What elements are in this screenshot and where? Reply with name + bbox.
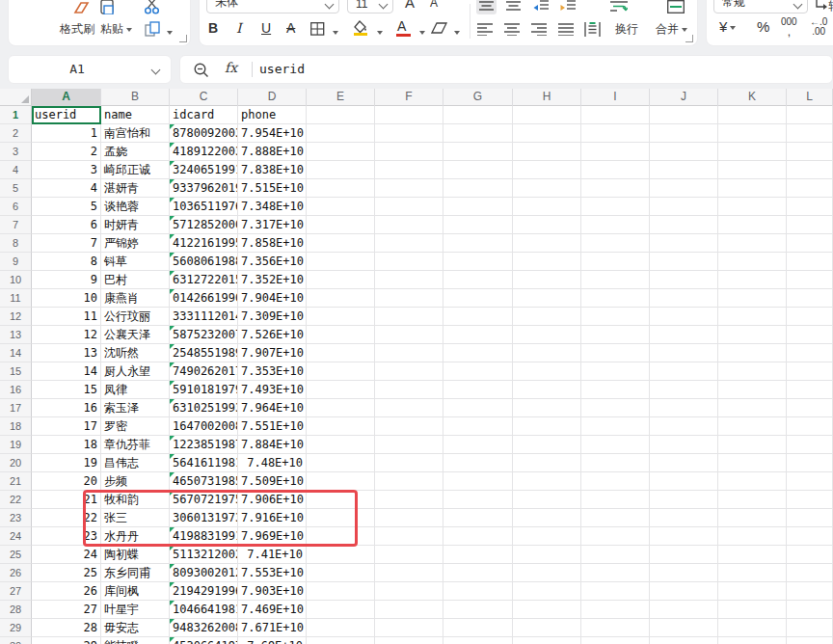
cell-B10[interactable]: 巴村 bbox=[101, 271, 170, 289]
cell-K16[interactable] bbox=[718, 381, 787, 399]
cell-A3[interactable]: 2 bbox=[32, 143, 101, 161]
cell-D7[interactable]: 7.317E+10 bbox=[238, 216, 307, 234]
column-header-I[interactable]: I bbox=[581, 89, 650, 106]
cell-F1[interactable] bbox=[375, 106, 443, 124]
cell-K30[interactable] bbox=[718, 637, 787, 644]
cell-J7[interactable] bbox=[650, 216, 718, 234]
cell-E17[interactable] bbox=[307, 399, 375, 417]
cell-H5[interactable] bbox=[513, 179, 581, 198]
cell-F26[interactable] bbox=[375, 564, 443, 582]
cell-D30[interactable]: 7.69E+10 bbox=[238, 637, 307, 644]
cell-E10[interactable] bbox=[307, 271, 375, 289]
cell-K25[interactable] bbox=[718, 546, 787, 564]
cell-E2[interactable] bbox=[307, 124, 375, 143]
column-header-C[interactable]: C bbox=[170, 89, 238, 106]
row-header-10[interactable]: 10 bbox=[0, 271, 32, 289]
cell-E1[interactable] bbox=[307, 106, 375, 124]
cell-J25[interactable] bbox=[650, 546, 718, 564]
column-header-J[interactable]: J bbox=[650, 89, 718, 106]
align-middle-icon[interactable] bbox=[506, 0, 521, 13]
row-header-14[interactable]: 14 bbox=[0, 344, 32, 362]
merge-cells-icon[interactable] bbox=[667, 0, 685, 13]
cell-L26[interactable] bbox=[787, 564, 833, 582]
row-header-29[interactable]: 29 bbox=[0, 619, 32, 637]
fill-color-icon[interactable] bbox=[353, 20, 369, 36]
cell-J19[interactable] bbox=[650, 436, 718, 454]
cell-L11[interactable] bbox=[787, 289, 833, 308]
cell-A26[interactable]: 25 bbox=[32, 564, 101, 582]
cell-B16[interactable]: 凤律 bbox=[101, 381, 170, 399]
row-header-9[interactable]: 9 bbox=[0, 253, 32, 271]
cell-F24[interactable] bbox=[375, 527, 443, 546]
cell-G29[interactable] bbox=[443, 619, 513, 637]
cell-F30[interactable] bbox=[375, 637, 443, 644]
cell-L6[interactable] bbox=[787, 198, 833, 216]
cell-D28[interactable]: 7.469E+10 bbox=[238, 601, 307, 619]
cell-A30[interactable]: 29 bbox=[32, 637, 101, 644]
cell-I17[interactable] bbox=[581, 399, 650, 417]
align-left-icon[interactable] bbox=[477, 23, 493, 36]
cell-K8[interactable] bbox=[718, 234, 787, 253]
cell-I15[interactable] bbox=[581, 362, 650, 381]
cell-G26[interactable] bbox=[443, 564, 513, 582]
cell-K3[interactable] bbox=[718, 143, 787, 161]
row-header-8[interactable]: 8 bbox=[0, 234, 32, 253]
cell-G27[interactable] bbox=[443, 582, 513, 601]
cell-G2[interactable] bbox=[443, 124, 513, 143]
cell-A29[interactable]: 28 bbox=[32, 619, 101, 637]
cell-B9[interactable]: 钭草 bbox=[101, 253, 170, 271]
cell-A13[interactable]: 12 bbox=[32, 326, 101, 344]
cell-I28[interactable] bbox=[581, 601, 650, 619]
paste-button[interactable]: 粘贴 bbox=[100, 19, 132, 39]
cell-B29[interactable]: 毋安志 bbox=[101, 619, 170, 637]
cell-F4[interactable] bbox=[375, 161, 443, 179]
cell-H12[interactable] bbox=[513, 308, 581, 326]
cell-H8[interactable] bbox=[513, 234, 581, 253]
cell-L3[interactable] bbox=[787, 143, 833, 161]
column-header-K[interactable]: K bbox=[718, 89, 787, 106]
cell-F25[interactable] bbox=[375, 546, 443, 564]
row-header-25[interactable]: 25 bbox=[0, 546, 32, 564]
cell-L21[interactable] bbox=[787, 472, 833, 491]
cell-H23[interactable] bbox=[513, 509, 581, 527]
cell-A2[interactable]: 1 bbox=[32, 124, 101, 143]
row-header-22[interactable]: 22 bbox=[0, 491, 32, 509]
cell-H13[interactable] bbox=[513, 326, 581, 344]
cell-C2[interactable]: 8780092003 bbox=[170, 124, 238, 143]
cell-J9[interactable] bbox=[650, 253, 718, 271]
cell-K26[interactable] bbox=[718, 564, 787, 582]
cell-C5[interactable]: 9337962019 bbox=[170, 179, 238, 198]
column-header-H[interactable]: H bbox=[513, 89, 581, 106]
cell-L29[interactable] bbox=[787, 619, 833, 637]
cell-K1[interactable] bbox=[718, 106, 787, 124]
cell-B2[interactable]: 南宫怡和 bbox=[101, 124, 170, 143]
cell-K12[interactable] bbox=[718, 308, 787, 326]
cell-A25[interactable]: 24 bbox=[32, 546, 101, 564]
cell-D15[interactable]: 7.353E+10 bbox=[238, 362, 307, 381]
cell-B4[interactable]: 崎邱正诚 bbox=[101, 161, 170, 179]
cell-J16[interactable] bbox=[650, 381, 718, 399]
cell-H20[interactable] bbox=[513, 454, 581, 472]
cell-L23[interactable] bbox=[787, 509, 833, 527]
cell-L9[interactable] bbox=[787, 253, 833, 271]
cell-G7[interactable] bbox=[443, 216, 513, 234]
cell-J21[interactable] bbox=[650, 472, 718, 491]
cell-F12[interactable] bbox=[375, 308, 443, 326]
cell-B21[interactable]: 步频 bbox=[101, 472, 170, 491]
cell-G15[interactable] bbox=[443, 362, 513, 381]
cell-I19[interactable] bbox=[581, 436, 650, 454]
cell-F10[interactable] bbox=[375, 271, 443, 289]
row-header-12[interactable]: 12 bbox=[0, 308, 32, 326]
cell-L10[interactable] bbox=[787, 271, 833, 289]
cell-B25[interactable]: 陶初蝶 bbox=[101, 546, 170, 564]
cell-L18[interactable] bbox=[787, 417, 833, 436]
cell-K23[interactable] bbox=[718, 509, 787, 527]
row-header-4[interactable]: 4 bbox=[0, 161, 32, 179]
cell-K24[interactable] bbox=[718, 527, 787, 546]
font-size-combo[interactable]: 11 bbox=[347, 0, 393, 13]
cell-E19[interactable] bbox=[307, 436, 375, 454]
cell-I26[interactable] bbox=[581, 564, 650, 582]
cell-J4[interactable] bbox=[650, 161, 718, 179]
cell-H29[interactable] bbox=[513, 619, 581, 637]
cell-L15[interactable] bbox=[787, 362, 833, 381]
